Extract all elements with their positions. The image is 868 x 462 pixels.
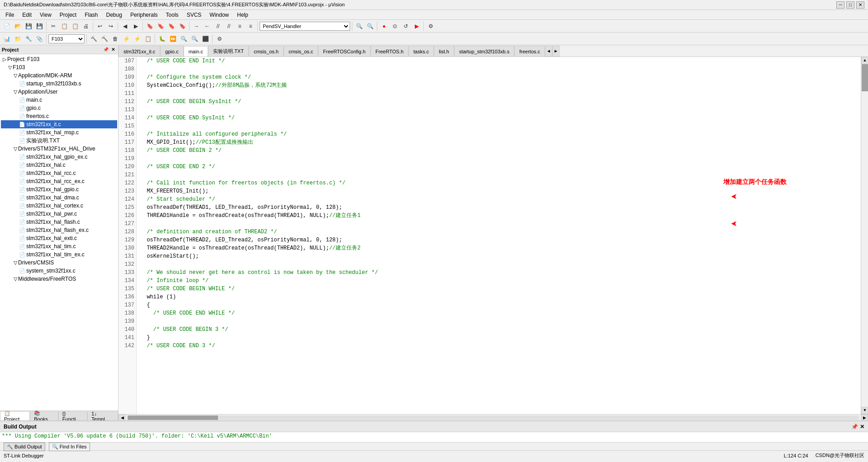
- proj-btn3[interactable]: 🔧: [24, 34, 33, 44]
- minimize-button[interactable]: ─: [836, 1, 844, 9]
- build-output-close[interactable]: ✕: [860, 424, 864, 430]
- tree-item[interactable]: 📄 system_stm32f1xx.c: [1, 267, 117, 275]
- scroll-down-btn[interactable]: ▼: [861, 407, 868, 414]
- build-btn[interactable]: 🔨: [89, 34, 99, 44]
- tab-project[interactable]: 📋 Project: [0, 411, 30, 420]
- menu-edit[interactable]: Edit: [19, 11, 35, 19]
- debug-reset-btn[interactable]: ↺: [401, 21, 411, 31]
- editor-tab-11[interactable]: freertos.c: [514, 46, 545, 57]
- menu-help[interactable]: Help: [233, 11, 252, 19]
- editor-tab-6[interactable]: FreeRTOSConfig.h: [318, 46, 370, 57]
- copy-btn[interactable]: 📋: [59, 21, 69, 31]
- menu-file[interactable]: File: [2, 11, 18, 19]
- menu-peripherals[interactable]: Peripherals: [127, 11, 161, 19]
- clean-btn[interactable]: 🗑: [110, 34, 120, 44]
- nav-fwd-btn[interactable]: ▶: [131, 21, 141, 31]
- tree-item[interactable]: ▽ Drivers/STM32F1xx_HAL_Drive: [1, 145, 117, 153]
- format-btn[interactable]: ≡: [246, 21, 256, 31]
- tree-item[interactable]: 📄 freertos.c: [1, 112, 117, 120]
- proj-btn1[interactable]: 📊: [2, 34, 12, 44]
- debug-run-btn[interactable]: ▶: [412, 21, 422, 31]
- multiproj-btn[interactable]: 📋: [143, 34, 153, 44]
- tree-item[interactable]: 📄 stm32f1xx_hal_pwr.c: [1, 210, 117, 218]
- menu-view[interactable]: View: [36, 11, 55, 19]
- menu-tools[interactable]: Tools: [162, 11, 182, 19]
- scroll-track[interactable]: [861, 64, 868, 407]
- tree-item[interactable]: 📄 stm32f1xx_hal_tim_ex.c: [1, 250, 117, 259]
- menu-flash[interactable]: Flash: [81, 11, 101, 19]
- tree-item[interactable]: ▽ Application/User: [1, 88, 117, 96]
- editor-tab-10[interactable]: startup_stm32f103xb.s: [454, 46, 514, 57]
- unindent-btn[interactable]: ←: [202, 21, 212, 31]
- open-btn[interactable]: 📂: [13, 21, 23, 31]
- hscroll-left-btn[interactable]: ◀: [119, 415, 126, 421]
- tree-item[interactable]: 📄 stm32f1xx_hal_flash.c: [1, 218, 117, 226]
- print-btn[interactable]: 🖨: [81, 21, 91, 31]
- function-selector[interactable]: PendSV_Handler: [260, 22, 350, 31]
- tree-item[interactable]: 📄 stm32f1xx_hal_exti.c: [1, 234, 117, 242]
- editor-tab-1[interactable]: gpio.c: [160, 46, 183, 57]
- hscroll-track[interactable]: [128, 415, 859, 420]
- debug5-btn[interactable]: ⬛: [200, 34, 210, 44]
- tree-item[interactable]: ▽ Drivers/CMSIS: [1, 259, 117, 267]
- tab-functions[interactable]: {} Functi...: [58, 411, 87, 420]
- save-btn[interactable]: 💾: [24, 21, 33, 31]
- tree-item[interactable]: ▷ Project: F103: [1, 55, 117, 63]
- editor-tab-9[interactable]: list.h: [434, 46, 454, 57]
- editor-tab-4[interactable]: cmsis_os.h: [249, 46, 284, 57]
- undo-btn[interactable]: ↩: [95, 21, 105, 31]
- tools-btn[interactable]: ⚙: [214, 34, 224, 44]
- save-all-btn[interactable]: 💾: [34, 21, 44, 31]
- editor-tab-0[interactable]: stm32f1xx_it.c: [119, 46, 160, 57]
- tree-item[interactable]: ▽ Middlewares/FreeRTOS: [1, 275, 117, 283]
- debug-start-btn[interactable]: ●: [379, 21, 389, 31]
- tab-templates[interactable]: 1↓ Templ...: [87, 411, 118, 420]
- code-editor[interactable]: 1071081091101111121131141151161171181191…: [119, 57, 868, 414]
- debug3-btn[interactable]: 🔍: [179, 34, 189, 44]
- tree-item[interactable]: 📄 stm32f1xx_it.c: [1, 120, 117, 128]
- tree-item[interactable]: ▽ Application/MDK-ARM: [1, 71, 117, 80]
- menu-svcs[interactable]: SVCS: [183, 11, 205, 19]
- panel-header-buttons[interactable]: 📌 ✕: [103, 47, 116, 53]
- paste-btn[interactable]: 📋: [70, 21, 80, 31]
- close-button[interactable]: ✕: [856, 1, 864, 9]
- indent-btn[interactable]: →: [191, 21, 201, 31]
- tree-item[interactable]: 📄 stm32f1xx_hal.c: [1, 161, 117, 169]
- tree-item[interactable]: 📄 实验说明.TXT: [1, 137, 117, 145]
- tree-item[interactable]: 📄 stm32f1xx_hal_gpio_ex.c: [1, 153, 117, 161]
- editor-tab-8[interactable]: tasks.c: [408, 46, 434, 57]
- search2-btn[interactable]: 🔍: [365, 21, 375, 31]
- align-btn[interactable]: ≡: [235, 21, 245, 31]
- tab-build-output[interactable]: 🔨 Build Output: [4, 443, 45, 451]
- new-file-btn[interactable]: 📄: [2, 21, 12, 31]
- bookmark-btn[interactable]: 🔖: [145, 21, 155, 31]
- cut-btn[interactable]: ✂: [48, 21, 58, 31]
- menu-debug[interactable]: Debug: [103, 11, 126, 19]
- target-selector[interactable]: F103: [48, 34, 85, 43]
- tree-item[interactable]: 📄 stm32f1xx_hal_rcc.c: [1, 169, 117, 177]
- horizontal-scrollbar[interactable]: ◀ ▶: [119, 414, 868, 420]
- tree-item[interactable]: 📄 gpio.c: [1, 104, 117, 112]
- tab-books[interactable]: 📚 Books: [30, 411, 58, 420]
- tree-item[interactable]: ▽ F103: [1, 63, 117, 71]
- proj-btn4[interactable]: 📎: [34, 34, 44, 44]
- tree-item[interactable]: 📄 stm32f1xx_hal_rcc_ex.c: [1, 177, 117, 185]
- panel-pin-btn[interactable]: 📌: [103, 47, 109, 53]
- window-controls[interactable]: ─ □ ✕: [836, 1, 864, 9]
- debug-btn[interactable]: 🐛: [157, 34, 167, 44]
- tree-item[interactable]: 📄 stm32f1xx_hal_dma.c: [1, 193, 117, 202]
- build-output-controls[interactable]: 📌 ✕: [851, 424, 864, 430]
- debug4-btn[interactable]: 🔍: [190, 34, 199, 44]
- tree-item[interactable]: 📄 stm32f1xx_hal_tim.c: [1, 242, 117, 250]
- proj-btn2[interactable]: 📁: [13, 34, 23, 44]
- tree-item[interactable]: 📄 stm32f1xx_hal_gpio.c: [1, 185, 117, 193]
- scroll-thumb[interactable]: [862, 64, 868, 91]
- panel-close-btn[interactable]: ✕: [110, 47, 116, 53]
- menu-window[interactable]: Window: [206, 11, 232, 19]
- comment-btn[interactable]: //: [213, 21, 223, 31]
- search-btn[interactable]: 🔍: [354, 21, 364, 31]
- tab-find-in-files[interactable]: 🔍 Find In Files: [49, 443, 90, 451]
- vertical-scrollbar[interactable]: ▲ ▼: [861, 57, 868, 414]
- flash-btn[interactable]: ⚡: [121, 34, 131, 44]
- hscroll-right-btn[interactable]: ▶: [861, 415, 868, 421]
